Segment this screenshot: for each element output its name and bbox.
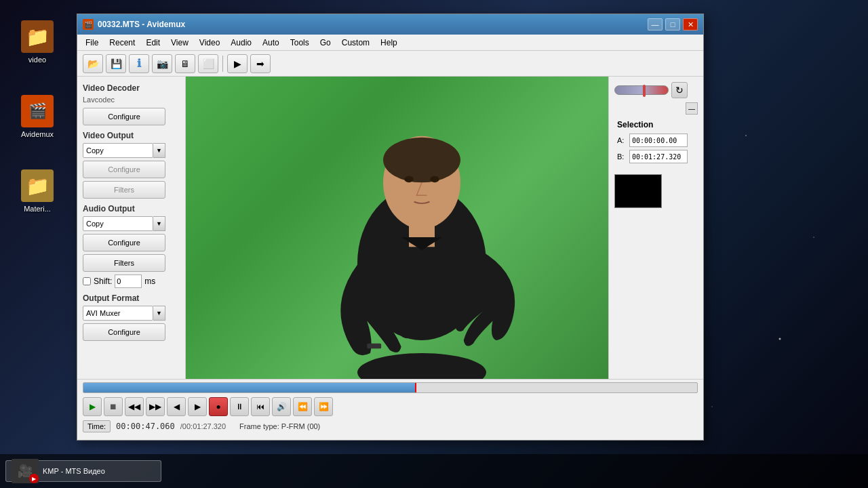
video-decoder-codec: Lavcodec bbox=[83, 96, 180, 104]
goto-start-button[interactable]: ⏮ bbox=[251, 397, 270, 416]
play-button[interactable]: ▶ bbox=[83, 397, 102, 416]
sidebar: Video Decoder Lavcodec Configure Video O… bbox=[77, 77, 186, 379]
audio-output-configure-btn[interactable]: Configure bbox=[83, 234, 165, 251]
video-output-label: Video Output bbox=[83, 131, 180, 140]
material-folder-icon: 📁 bbox=[21, 169, 54, 202]
material-folder-label: Materi... bbox=[24, 205, 51, 213]
desktop-icon-material[interactable]: 📁 Materi... bbox=[14, 169, 61, 213]
video-output-dropdown-arrow[interactable]: ▼ bbox=[153, 143, 165, 158]
output-format-dropdown-arrow[interactable]: ▼ bbox=[153, 306, 165, 321]
toolbar-display[interactable]: 🖥 bbox=[175, 54, 195, 73]
menu-auto[interactable]: Auto bbox=[257, 37, 285, 49]
prev-key-button[interactable]: ⏪ bbox=[293, 397, 312, 416]
selection-b-input[interactable] bbox=[629, 150, 688, 163]
person-figure bbox=[300, 121, 544, 379]
output-format-label: Output Format bbox=[83, 293, 180, 303]
volume-thumb[interactable] bbox=[643, 85, 646, 97]
shift-label: Shift: bbox=[94, 277, 112, 286]
minimize-button[interactable]: — bbox=[648, 18, 663, 30]
toolbar-info[interactable]: ℹ bbox=[129, 54, 149, 73]
menu-custom[interactable]: Custom bbox=[336, 37, 375, 49]
toolbar-screenshot[interactable]: 📷 bbox=[152, 54, 172, 73]
refresh-button[interactable]: ↻ bbox=[671, 82, 688, 98]
menu-file[interactable]: File bbox=[80, 37, 104, 49]
menu-go[interactable]: Go bbox=[315, 37, 336, 49]
close-button[interactable]: ✕ bbox=[683, 18, 698, 30]
rewind-button[interactable]: ◀◀ bbox=[125, 397, 144, 416]
avidemux-icon: 🎬 bbox=[21, 95, 54, 127]
shift-input[interactable] bbox=[115, 274, 142, 288]
toolbar-save[interactable]: 💾 bbox=[106, 54, 126, 73]
desktop-icon-video[interactable]: 📁 video bbox=[14, 20, 61, 64]
progress-fill bbox=[83, 383, 415, 392]
shift-checkbox[interactable] bbox=[83, 277, 91, 285]
window-title: 00332.MTS - Avidemux bbox=[98, 20, 185, 29]
toolbar-next[interactable]: ➡ bbox=[250, 54, 271, 73]
video-display bbox=[186, 77, 608, 379]
bottom-controls: ▶ ⏹ ◀◀ ▶▶ ◀ ▶ ● ⏸ ⏮ 🔊 ⏪ ⏩ Time: bbox=[77, 379, 703, 440]
menu-recent[interactable]: Recent bbox=[104, 37, 140, 49]
selection-b-row: B: bbox=[617, 150, 695, 163]
right-panel: ↻ — Selection A: B: bbox=[608, 77, 703, 379]
current-time: 00:00:47.060 bbox=[116, 422, 175, 431]
desktop-icon-avidemux[interactable]: 🎬 Avidemuх bbox=[14, 95, 61, 138]
output-format-dropdown[interactable]: AVI Muxer bbox=[83, 306, 153, 321]
progress-marker bbox=[415, 383, 416, 392]
frame-type-label: Frame type: P-FRM (00) bbox=[239, 422, 320, 430]
volume-button[interactable]: 🔊 bbox=[272, 397, 291, 416]
next-key-button[interactable]: ⏩ bbox=[314, 397, 333, 416]
audio-output-label: Audio Output bbox=[83, 204, 180, 214]
menu-audio[interactable]: Audio bbox=[225, 37, 257, 49]
volume-slider[interactable] bbox=[614, 85, 669, 95]
time-row: Time: 00:00:47.060 /00:01:27.320 Frame t… bbox=[83, 420, 698, 432]
pause-button[interactable]: ⏸ bbox=[230, 397, 249, 416]
selection-panel: Selection A: B: bbox=[614, 117, 698, 169]
svg-point-4 bbox=[404, 176, 413, 183]
menu-tools[interactable]: Tools bbox=[285, 37, 315, 49]
stop-button[interactable]: ⏹ bbox=[104, 397, 123, 416]
prev-frame-button[interactable]: ◀ bbox=[167, 397, 186, 416]
taskbar-kmp-item[interactable]: 🎥 ▶ KMP - MTS Видео bbox=[5, 460, 161, 482]
video-folder-icon: 📁 bbox=[21, 20, 54, 53]
menu-help[interactable]: Help bbox=[375, 37, 403, 49]
app-icon: 🎬 bbox=[83, 19, 94, 30]
video-output-dropdown[interactable]: Copy bbox=[83, 143, 153, 158]
audio-output-dropdown[interactable]: Copy bbox=[83, 216, 153, 231]
fastforward-button[interactable]: ▶▶ bbox=[146, 397, 165, 416]
menu-bar: File Recent Edit View Video Audio Auto T… bbox=[77, 35, 703, 51]
avidemux-label: Avidemuх bbox=[21, 130, 54, 138]
next-frame-button[interactable]: ▶ bbox=[188, 397, 207, 416]
taskbar: 🎥 ▶ KMP - MTS Видео bbox=[0, 454, 868, 488]
toolbar: 📂 💾 ℹ 📷 🖥 ⬜ ▶ ➡ bbox=[77, 51, 703, 77]
collapse-button[interactable]: — bbox=[686, 102, 698, 115]
menu-video[interactable]: Video bbox=[194, 37, 225, 49]
audio-output-filters-btn[interactable]: Filters bbox=[83, 254, 165, 272]
record-button[interactable]: ● bbox=[209, 397, 228, 416]
total-time: /00:01:27.320 bbox=[180, 422, 226, 430]
toolbar-open[interactable]: 📂 bbox=[83, 54, 103, 73]
progress-bar[interactable] bbox=[83, 382, 698, 393]
maximize-button[interactable]: □ bbox=[665, 18, 680, 30]
selection-title: Selection bbox=[617, 120, 695, 129]
video-output-dropdown-container: Copy ▼ bbox=[83, 143, 180, 158]
svg-point-7 bbox=[357, 353, 486, 379]
menu-view[interactable]: View bbox=[165, 37, 194, 49]
video-output-configure-btn[interactable]: Configure bbox=[83, 161, 165, 178]
toolbar-separator bbox=[222, 56, 223, 72]
output-format-configure-btn[interactable]: Configure bbox=[83, 323, 165, 341]
audio-output-dropdown-container: Copy ▼ bbox=[83, 216, 180, 231]
title-bar-buttons: — □ ✕ bbox=[648, 18, 698, 30]
svg-point-3 bbox=[383, 138, 460, 183]
menu-edit[interactable]: Edit bbox=[140, 37, 165, 49]
output-format-dropdown-container: AVI Muxer ▼ bbox=[83, 306, 180, 321]
selection-a-input[interactable] bbox=[629, 134, 688, 147]
toolbar-play-segment[interactable]: ▶ bbox=[227, 54, 248, 73]
selection-a-label: A: bbox=[617, 136, 627, 144]
thumbnail-preview bbox=[614, 174, 662, 208]
toolbar-blank[interactable]: ⬜ bbox=[198, 54, 218, 73]
video-output-filters-btn[interactable]: Filters bbox=[83, 181, 165, 199]
title-bar: 🎬 00332.MTS - Avidemux — □ ✕ bbox=[77, 14, 703, 35]
title-bar-left: 🎬 00332.MTS - Avidemux bbox=[83, 19, 185, 30]
video-decoder-configure-btn[interactable]: Configure bbox=[83, 108, 165, 125]
audio-output-dropdown-arrow[interactable]: ▼ bbox=[153, 216, 165, 231]
